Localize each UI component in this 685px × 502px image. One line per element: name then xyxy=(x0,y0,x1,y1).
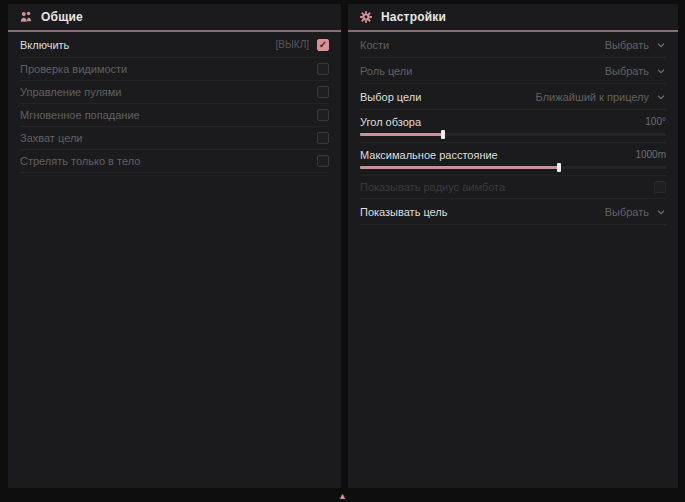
general-panel-title: Общие xyxy=(41,10,83,24)
max-distance-slider[interactable] xyxy=(360,166,666,169)
setting-label: Угол обзора xyxy=(360,116,421,128)
setting-label: Стрелять только в тело xyxy=(20,155,140,167)
hotkey-state-label: [ВЫКЛ] xyxy=(276,39,309,50)
check-icon: ✓ xyxy=(319,39,327,49)
fov-slider-thumb[interactable] xyxy=(441,130,445,139)
target-role-dropdown[interactable]: Выбрать xyxy=(605,65,666,77)
enable-checkbox[interactable]: ✓ xyxy=(317,39,329,51)
fov-value: 100° xyxy=(645,116,666,127)
instant-hit-checkbox[interactable] xyxy=(317,109,329,121)
scroll-up-indicator[interactable]: ▲ xyxy=(0,492,685,501)
dropdown-value: Ближайший к прицелу xyxy=(536,91,649,103)
setting-label: Показывать радиус аимбота xyxy=(360,181,505,193)
chevron-down-icon xyxy=(656,40,666,50)
general-rows: Включить [ВЫКЛ] ✓ Проверка видимости Упр… xyxy=(20,32,329,173)
bullet-control-checkbox[interactable] xyxy=(317,86,329,98)
setting-row-fov: Угол обзора 100° xyxy=(360,110,666,143)
setting-row-visibility-check: Проверка видимости xyxy=(20,58,329,81)
show-aimbot-radius-checkbox[interactable] xyxy=(654,181,666,193)
dropdown-value: Выбрать xyxy=(605,39,649,51)
setting-row-enable: Включить [ВЫКЛ] ✓ xyxy=(20,32,329,58)
settings-rows: Кости Выбрать Роль цели Выбрать xyxy=(360,32,666,225)
setting-row-target-selection: Выбор цели Ближайший к прицелу xyxy=(360,84,666,110)
setting-label: Захват цели xyxy=(20,132,82,144)
body-only-checkbox[interactable] xyxy=(317,155,329,167)
setting-label: Показывать цель xyxy=(360,206,448,218)
users-icon xyxy=(19,10,33,24)
visibility-check-checkbox[interactable] xyxy=(317,63,329,75)
settings-panel: Настройки Кости Выбрать Роль цели Выбрат… xyxy=(348,4,678,488)
setting-label: Мгновенное попадание xyxy=(20,109,140,121)
setting-row-bullet-control: Управление пулями xyxy=(20,81,329,104)
setting-label: Выбор цели xyxy=(360,91,421,103)
setting-label: Проверка видимости xyxy=(20,63,127,75)
fov-slider-fill xyxy=(360,133,443,136)
setting-label: Кости xyxy=(360,39,389,51)
setting-row-show-target: Показывать цель Выбрать xyxy=(360,199,666,225)
setting-label: Роль цели xyxy=(360,65,412,77)
setting-label: Управление пулями xyxy=(20,86,122,98)
setting-row-bones: Кости Выбрать xyxy=(360,32,666,58)
max-distance-value: 1000m xyxy=(635,149,666,160)
general-panel-header: Общие xyxy=(8,4,341,32)
setting-row-max-distance: Максимальное расстояние 1000m xyxy=(360,143,666,176)
bones-dropdown[interactable]: Выбрать xyxy=(605,39,666,51)
max-distance-slider-fill xyxy=(360,166,559,169)
dropdown-value: Выбрать xyxy=(605,206,649,218)
settings-panel-header: Настройки xyxy=(348,4,678,32)
setting-label: Включить xyxy=(20,39,69,51)
chevron-down-icon xyxy=(656,66,666,76)
chevron-down-icon xyxy=(656,207,666,217)
chevron-down-icon xyxy=(656,92,666,102)
general-panel: Общие Включить [ВЫКЛ] ✓ Проверка видимос… xyxy=(8,4,341,488)
setting-row-instant-hit: Мгновенное попадание xyxy=(20,104,329,127)
target-selection-dropdown[interactable]: Ближайший к прицелу xyxy=(536,91,666,103)
fov-slider[interactable] xyxy=(360,133,666,136)
target-lock-checkbox[interactable] xyxy=(317,132,329,144)
max-distance-slider-thumb[interactable] xyxy=(557,163,561,172)
setting-row-show-aimbot-radius: Показывать радиус аимбота xyxy=(360,176,666,199)
setting-label: Максимальное расстояние xyxy=(360,149,498,161)
gear-icon xyxy=(359,10,373,24)
dropdown-value: Выбрать xyxy=(605,65,649,77)
settings-panel-title: Настройки xyxy=(381,10,446,24)
show-target-dropdown[interactable]: Выбрать xyxy=(605,206,666,218)
setting-row-body-only: Стрелять только в тело xyxy=(20,150,329,173)
setting-row-target-role: Роль цели Выбрать xyxy=(360,58,666,84)
setting-row-target-lock: Захват цели xyxy=(20,127,329,150)
